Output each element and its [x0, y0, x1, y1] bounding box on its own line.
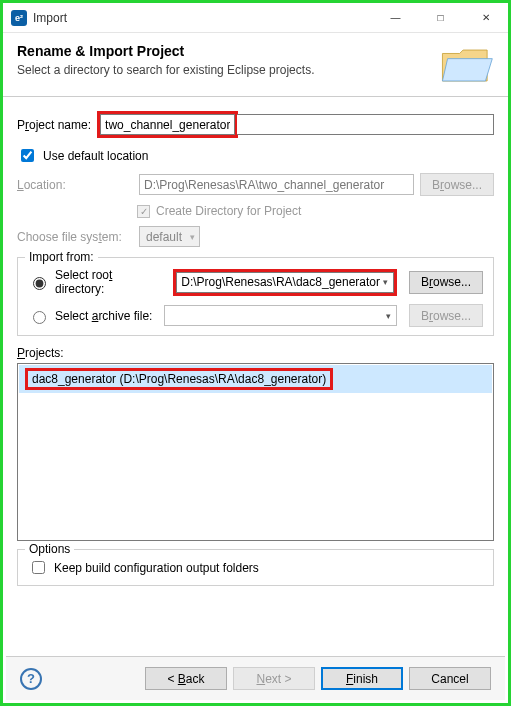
file-system-select: default▾	[139, 226, 200, 247]
archive-file-row: Select archive file: ▾ Browse...	[28, 304, 483, 327]
app-icon: e²	[11, 10, 27, 26]
use-default-location-row: Use default location	[17, 146, 494, 165]
maximize-button[interactable]: □	[418, 3, 463, 32]
close-button[interactable]: ✕	[463, 3, 508, 32]
titlebar: e² Import ― □ ✕	[3, 3, 508, 33]
cancel-button[interactable]: Cancel	[409, 667, 491, 690]
root-directory-browse-button[interactable]: Browse...	[409, 271, 483, 294]
minimize-button[interactable]: ―	[373, 3, 418, 32]
finish-button[interactable]: Finish	[321, 667, 403, 690]
list-item[interactable]: dac8_generator (D:\Prog\Renesas\RA\dac8_…	[19, 365, 492, 393]
dialog-header: Rename & Import Project Select a directo…	[3, 33, 508, 97]
options-legend: Options	[25, 542, 74, 556]
location-browse-button: Browse...	[420, 173, 494, 196]
root-directory-radio[interactable]	[33, 277, 46, 290]
project-name-input-overflow[interactable]	[237, 114, 494, 135]
back-button[interactable]: < Back	[145, 667, 227, 690]
create-directory-checkbox: ✓	[137, 205, 150, 218]
import-from-group: Import from: Select root directory: D:\P…	[17, 257, 494, 336]
file-system-row: Choose file system: default▾	[17, 226, 494, 247]
projects-list[interactable]: dac8_generator (D:\Prog\Renesas\RA\dac8_…	[17, 363, 494, 541]
use-default-location-input[interactable]	[21, 149, 34, 162]
archive-file-combo: ▾	[164, 305, 397, 326]
keep-build-checkbox[interactable]: Keep build configuration output folders	[28, 558, 259, 577]
root-directory-label[interactable]: Select root directory:	[55, 268, 161, 296]
projects-label: Projects:	[17, 346, 64, 360]
create-directory-row: ✓ Create Directory for Project	[137, 204, 494, 218]
button-bar: ? < Back Next > Finish Cancel	[6, 656, 505, 700]
use-default-location-checkbox[interactable]: Use default location	[17, 146, 148, 165]
folder-icon	[439, 43, 494, 88]
header-title: Rename & Import Project	[17, 43, 429, 59]
project-item-label: dac8_generator (D:\Prog\Renesas\RA\dac8_…	[32, 372, 326, 386]
header-subtitle: Select a directory to search for existin…	[17, 63, 429, 77]
next-button: Next >	[233, 667, 315, 690]
keep-build-input[interactable]	[32, 561, 45, 574]
location-row: Location: Browse...	[17, 173, 494, 196]
options-group: Options Keep build configuration output …	[17, 549, 494, 586]
location-label: Location:	[17, 178, 133, 192]
project-name-row: Project name:	[17, 111, 494, 138]
root-directory-combo[interactable]: D:\Prog\Renesas\RA\dac8_generator ▾	[176, 272, 394, 293]
archive-browse-button: Browse...	[409, 304, 483, 327]
projects-section: Projects: dac8_generator (D:\Prog\Renesa…	[17, 346, 494, 541]
project-name-input[interactable]	[100, 114, 235, 135]
chevron-down-icon: ▾	[380, 277, 391, 287]
import-from-legend: Import from:	[25, 250, 98, 264]
help-icon[interactable]: ?	[20, 668, 42, 690]
file-system-label: Choose file system:	[17, 230, 133, 244]
create-directory-label: Create Directory for Project	[156, 204, 301, 218]
project-name-label: Project name:	[17, 118, 91, 132]
archive-file-radio[interactable]	[33, 311, 46, 324]
location-input	[139, 174, 414, 195]
archive-file-label[interactable]: Select archive file:	[55, 309, 152, 323]
chevron-down-icon: ▾	[383, 311, 394, 321]
window-title: Import	[33, 11, 373, 25]
root-directory-row: Select root directory: D:\Prog\Renesas\R…	[28, 268, 483, 296]
